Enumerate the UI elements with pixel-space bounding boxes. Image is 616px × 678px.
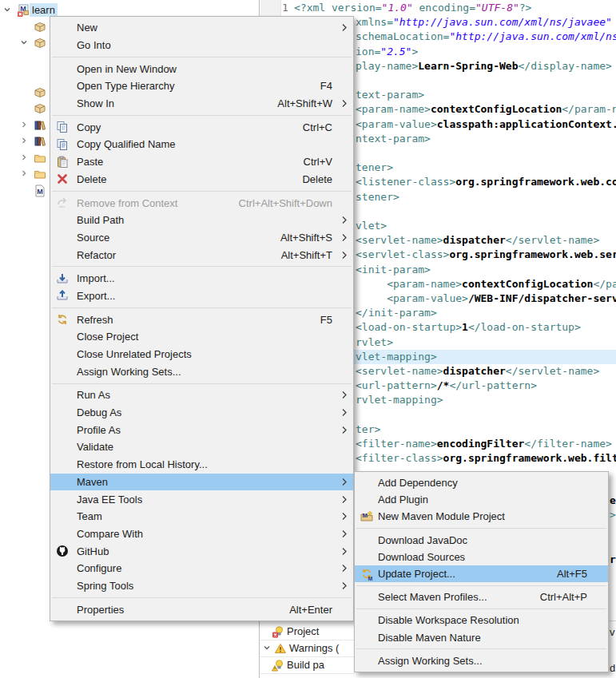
maven-file-icon: M bbox=[34, 184, 46, 197]
menu-item-restore-from-local-history[interactable]: Restore from Local History... bbox=[50, 456, 353, 474]
menu-item-import[interactable]: Import... bbox=[50, 270, 353, 287]
menu-item-label: Remove from Context bbox=[77, 197, 239, 209]
menu-item-team[interactable]: Team bbox=[50, 508, 353, 525]
submenu-arrow-icon bbox=[342, 564, 350, 573]
tree-row-label: learn bbox=[30, 3, 58, 17]
problems-row-build-pa[interactable]: Build pa bbox=[260, 656, 355, 674]
chevron-right-icon[interactable] bbox=[20, 169, 30, 179]
submenu-arrow-icon bbox=[342, 495, 350, 504]
menu-item-maven[interactable]: Maven bbox=[50, 474, 353, 491]
menu-item-update-project[interactable]: M Update Project... Alt+F5 bbox=[355, 565, 608, 582]
menu-item-label: Java EE Tools bbox=[77, 494, 332, 506]
chevron-down-icon[interactable] bbox=[3, 6, 13, 15]
menu-item-label: Import... bbox=[77, 272, 332, 284]
menu-item-java-ee-tools[interactable]: Java EE Tools bbox=[50, 490, 353, 508]
package-icon bbox=[34, 102, 46, 115]
package-icon bbox=[34, 86, 46, 99]
menu-item-build-path[interactable]: Build Path bbox=[50, 212, 353, 229]
menu-item-spring-tools[interactable]: Spring Tools bbox=[50, 577, 353, 595]
chevron-down-icon[interactable] bbox=[263, 644, 273, 653]
menu-item-refactor[interactable]: Refactor Alt+Shift+T bbox=[50, 246, 353, 264]
menu-separator bbox=[356, 585, 606, 586]
menu-item-assign-working-sets[interactable]: Assign Working Sets... bbox=[50, 363, 353, 380]
menu-item-add-dependency[interactable]: Add Dependency bbox=[355, 474, 608, 491]
menu-item-delete[interactable]: Delete Delete bbox=[50, 171, 353, 188]
menu-item-label: Update Project... bbox=[378, 568, 557, 580]
menu-item-refresh[interactable]: Refresh F5 bbox=[50, 311, 353, 328]
submenu-arrow-icon bbox=[342, 391, 350, 399]
menu-item-download-javadoc[interactable]: Download JavaDoc bbox=[355, 532, 608, 549]
menu-item-label: Compare With bbox=[77, 528, 332, 540]
menu-item-download-sources[interactable]: Download Sources bbox=[355, 549, 608, 565]
menu-item-source[interactable]: Source Alt+Shift+S bbox=[50, 229, 353, 247]
menu-item-copy-qualified-name[interactable]: Copy Qualified Name bbox=[50, 136, 353, 153]
menu-item-label: Team bbox=[77, 510, 332, 522]
menu-item-paste[interactable]: Paste Ctrl+V bbox=[50, 153, 353, 171]
menu-item-label: Disable Workspace Resolution bbox=[378, 614, 587, 626]
error-quickfix-icon bbox=[272, 625, 285, 638]
library-icon bbox=[34, 135, 46, 148]
menu-item-close-project[interactable]: Close Project bbox=[50, 328, 353, 346]
svg-text:M: M bbox=[37, 188, 43, 196]
problems-row-label: Build pa bbox=[287, 659, 324, 671]
menu-item-configure[interactable]: Configure bbox=[50, 560, 353, 577]
chevron-right-icon[interactable] bbox=[20, 153, 30, 163]
menu-item-label: Validate bbox=[77, 441, 332, 453]
menu-item-export[interactable]: Export... bbox=[50, 287, 353, 305]
clipped-text-fragment: d bbox=[610, 662, 615, 674]
menu-item-remove-from-context[interactable]: Remove from Context Ctrl+Alt+Shift+Down bbox=[50, 194, 353, 212]
menu-item-shortcut: Ctrl+Alt+P bbox=[540, 591, 587, 603]
menu-item-shortcut: Alt+F5 bbox=[557, 568, 587, 580]
chevron-right-icon[interactable] bbox=[20, 121, 30, 130]
submenu-arrow-icon bbox=[342, 251, 350, 260]
chevron-down-icon[interactable] bbox=[20, 38, 30, 48]
menu-item-debug-as[interactable]: Debug As bbox=[50, 404, 353, 422]
submenu-arrow-icon bbox=[342, 426, 350, 434]
line-number: 1 bbox=[282, 1, 288, 15]
menu-item-assign-working-sets[interactable]: Assign Working Sets... bbox=[355, 652, 608, 669]
menu-item-label: Open Type Hierarchy bbox=[77, 80, 320, 92]
menu-item-open-type-hierarchy[interactable]: Open Type Hierarchy F4 bbox=[50, 77, 353, 95]
menu-separator bbox=[356, 528, 606, 529]
menu-item-label: Refactor bbox=[77, 249, 281, 261]
svg-text:M: M bbox=[363, 512, 368, 519]
menu-item-compare-with[interactable]: Compare With bbox=[50, 525, 353, 543]
problems-row-warnings[interactable]: Warnings ( bbox=[260, 640, 355, 657]
menu-item-disable-maven-nature[interactable]: Disable Maven Nature bbox=[355, 629, 608, 646]
menu-item-validate[interactable]: Validate bbox=[50, 438, 353, 456]
submenu-arrow-icon bbox=[342, 23, 350, 32]
menu-item-copy[interactable]: Copy Ctrl+C bbox=[50, 118, 353, 136]
submenu-arrow-icon bbox=[342, 99, 350, 108]
code-line: 1<?xml version="1.0" encoding="UTF-8"?> bbox=[260, 1, 616, 15]
menu-item-show-in[interactable]: Show In Alt+Shift+W bbox=[50, 95, 353, 113]
menu-item-label: Show In bbox=[77, 97, 277, 109]
problems-row-project[interactable]: Project bbox=[260, 623, 355, 640]
chevron-right-icon[interactable] bbox=[20, 137, 30, 146]
eclipse-workbench: M learn M 1<?xml ve bbox=[0, 0, 616, 678]
menu-item-disable-workspace-resolution[interactable]: Disable Workspace Resolution bbox=[355, 612, 608, 628]
menu-item-properties[interactable]: Properties Alt+Enter bbox=[50, 601, 353, 618]
menu-item-shortcut: Ctrl+Alt+Shift+Down bbox=[239, 197, 332, 209]
menu-item-profile-as[interactable]: Profile As bbox=[50, 421, 353, 438]
menu-separator bbox=[52, 383, 352, 384]
menu-item-github[interactable]: GitHub bbox=[50, 542, 353, 560]
menu-item-label: Source bbox=[77, 232, 280, 244]
menu-item-label: Run As bbox=[77, 389, 332, 401]
menu-item-go-into[interactable]: Go Into bbox=[50, 37, 353, 54]
menu-item-open-in-new-window[interactable]: Open in New Window bbox=[50, 60, 353, 77]
menu-item-add-plugin[interactable]: Add Plugin bbox=[355, 491, 608, 508]
menu-item-label: Assign Working Sets... bbox=[378, 655, 587, 667]
folder-icon bbox=[34, 152, 46, 165]
library-icon bbox=[34, 119, 46, 132]
warning-icon bbox=[274, 642, 288, 655]
menu-item-label: Go Into bbox=[77, 39, 332, 51]
menu-item-new[interactable]: New bbox=[50, 19, 353, 37]
paste-icon bbox=[56, 156, 77, 169]
menu-item-label: Copy Qualified Name bbox=[77, 138, 332, 150]
menu-item-close-unrelated-projects[interactable]: Close Unrelated Projects bbox=[50, 346, 353, 363]
menu-item-new-maven-module-project[interactable]: M New Maven Module Project bbox=[355, 508, 608, 525]
menu-item-run-as[interactable]: Run As bbox=[50, 387, 353, 404]
menu-item-select-maven-profiles[interactable]: Select Maven Profiles... Ctrl+Alt+P bbox=[355, 589, 608, 605]
menu-item-shortcut: Alt+Shift+W bbox=[277, 97, 332, 109]
submenu-arrow-icon bbox=[342, 512, 350, 521]
